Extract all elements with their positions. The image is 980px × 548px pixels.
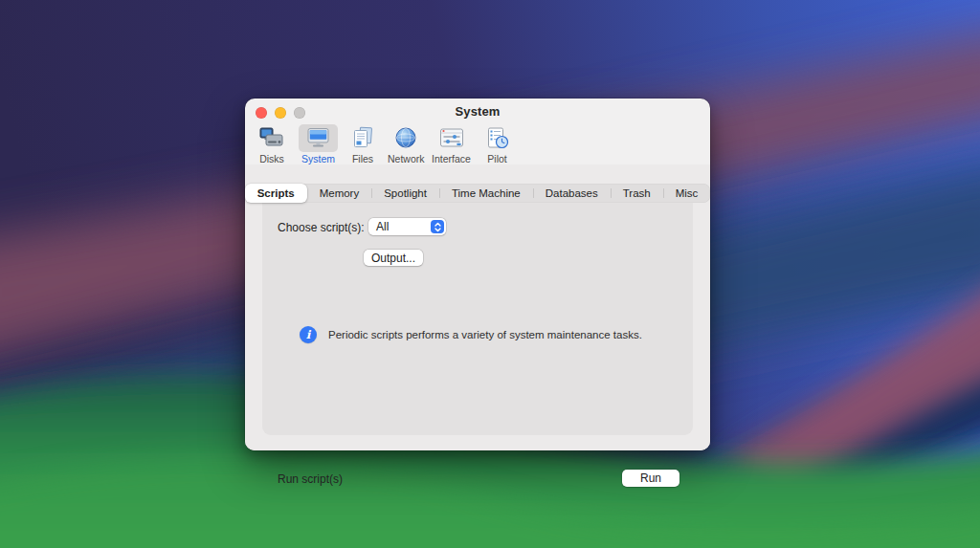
files-icon: [345, 124, 381, 152]
toolbar-item-disks[interactable]: Disks: [252, 124, 292, 164]
toolbar-label: System: [301, 153, 335, 164]
choose-scripts-label: Choose script(s):: [278, 221, 365, 234]
toolbar: Disks System: [245, 122, 710, 167]
desktop: System Disks: [0, 0, 980, 548]
run-button[interactable]: Run: [622, 470, 679, 487]
toolbar-label: Pilot: [487, 153, 506, 164]
toolbar-item-system[interactable]: System: [299, 124, 338, 164]
tab-time-machine[interactable]: Time Machine: [439, 184, 533, 203]
titlebar[interactable]: System: [245, 99, 710, 122]
toolbar-label: Network: [388, 153, 425, 164]
window-body: Scripts Memory Spotlight Time Machine Da…: [245, 164, 710, 450]
toolbar-label: Disks: [259, 153, 284, 164]
tab-misc[interactable]: Misc: [663, 184, 711, 203]
info-icon: i: [300, 326, 317, 343]
tab-databases[interactable]: Databases: [533, 184, 611, 203]
tab-trash[interactable]: Trash: [611, 184, 663, 203]
tab-memory[interactable]: Memory: [307, 184, 372, 203]
tab-scripts[interactable]: Scripts: [245, 184, 307, 203]
toolbar-label: Interface: [432, 153, 471, 164]
run-scripts-label: Run script(s): [278, 472, 343, 486]
info-row: i Periodic scripts performs a variety of…: [300, 326, 642, 343]
toolbar-item-files[interactable]: Files: [345, 124, 381, 164]
pilot-icon: [479, 124, 517, 152]
disks-icon: [252, 124, 292, 152]
toolbar-item-network[interactable]: Network: [388, 124, 425, 164]
system-window: System Disks: [245, 99, 710, 450]
toolbar-label: Files: [352, 153, 373, 164]
toolbar-item-pilot[interactable]: Pilot: [479, 124, 517, 164]
tab-spotlight[interactable]: Spotlight: [371, 184, 439, 203]
popup-selected-value: All: [368, 220, 431, 233]
popup-chevrons-icon: [431, 220, 444, 233]
tab-bar: Scripts Memory Spotlight Time Machine Da…: [245, 184, 710, 203]
network-icon: [388, 124, 424, 152]
info-text: Periodic scripts performs a variety of s…: [328, 329, 642, 340]
toolbar-item-interface[interactable]: Interface: [432, 124, 472, 164]
system-icon: [299, 124, 338, 152]
scripts-popup-button[interactable]: All: [368, 218, 446, 235]
output-button[interactable]: Output...: [364, 250, 423, 266]
interface-icon: [432, 124, 472, 152]
window-title: System: [245, 104, 710, 119]
